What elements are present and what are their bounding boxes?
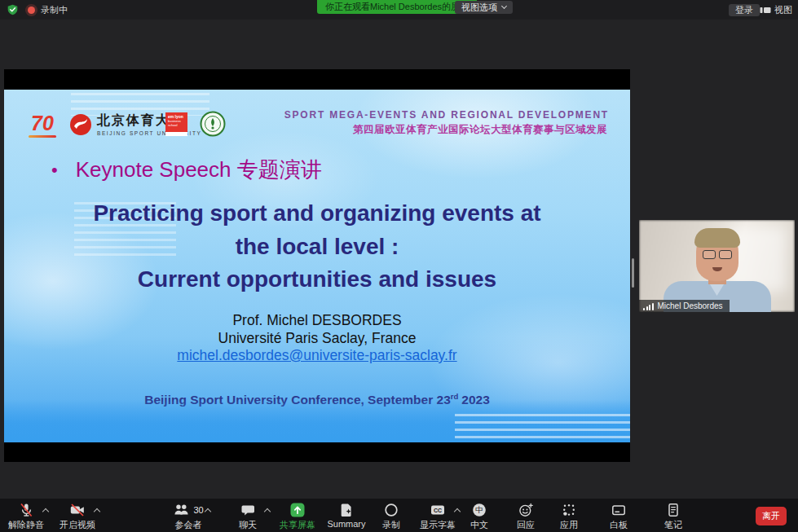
svg-text:中: 中 [475, 505, 483, 514]
footer-year: 2023 [461, 393, 489, 407]
anniversary-70-number: 70 [31, 112, 54, 134]
keynote-heading: • Keynote Speech 专题演讲 [51, 156, 322, 184]
svg-text:CC: CC [434, 508, 442, 513]
anniversary-gold-swoosh [29, 135, 56, 138]
toolbar-whiteboard-button[interactable]: 白板 [591, 502, 646, 531]
slide-header-english: SPORT MEGA-EVENTS AND REGIONAL DEVELOPME… [284, 109, 609, 121]
layout-view-icon [760, 5, 771, 15]
slide-title-line3: Current opportunities and issues [4, 263, 630, 297]
footer-superscript: rd [451, 392, 459, 401]
keynote-text: Keynote Speech 专题演讲 [76, 156, 322, 184]
reactions-icon [518, 502, 534, 518]
view-mode-label: 视图 [774, 4, 792, 16]
toolbar-start-video-button[interactable]: 开启视频 [50, 502, 105, 531]
recording-dot-icon [28, 7, 35, 14]
participant-name: Michel Desbordes [658, 301, 723, 310]
view-mode-button[interactable]: 视图 [760, 4, 792, 16]
security-shield-icon[interactable] [7, 3, 19, 16]
portrait-hair [694, 228, 740, 248]
slide-header-chinese: 第四届欧亚体育产业国际论坛大型体育赛事与区域发展 [353, 123, 607, 137]
bsu-emblem-icon [69, 113, 92, 136]
toolbar-apps-button[interactable]: 应用 [541, 502, 597, 531]
slide-title-line1: Practicing sport and organizing events a… [4, 197, 630, 231]
participant-name-tag: Michel Desbordes [639, 300, 730, 312]
toolbar-unmute-button[interactable]: 解除静音 [0, 502, 54, 531]
sign-in-button[interactable]: 登录 [729, 4, 760, 16]
toolbar-label: 白板 [591, 519, 646, 531]
participant-portrait [639, 220, 795, 312]
emlyon-line2: business school [168, 119, 185, 127]
toolbar-chat-button[interactable]: 聊天 [220, 502, 276, 531]
slide-title: Practicing sport and organizing events a… [4, 197, 630, 297]
stripe-decoration [455, 414, 630, 440]
shared-screen-stage: 70 北京体育大学 BEIJING SPORT UNIVERSITY em ly… [4, 69, 630, 462]
participants-count: 30 [193, 505, 203, 515]
audio-level-icon [643, 302, 654, 310]
green-emblem-logo [200, 111, 226, 137]
chevron-down-icon [501, 3, 507, 9]
toolbar-share-screen-button[interactable]: 共享屏幕 [270, 502, 325, 531]
view-options-label: 视图选项 [461, 2, 497, 14]
toolbar-participants-button[interactable]: 30 参会者 [161, 502, 216, 531]
apps-icon [561, 502, 577, 518]
keynote-bullet: • [51, 160, 58, 181]
sign-in-label: 登录 [735, 4, 753, 16]
toolbar-label: 解除静音 [0, 519, 54, 531]
toolbar-label: 开启视频 [50, 519, 105, 531]
record-icon [383, 502, 399, 518]
speaker-name: Prof. Michel DESBORDES [4, 312, 630, 330]
toolbar-label: 共享屏幕 [270, 519, 325, 531]
recording-label: 录制中 [41, 4, 68, 16]
speaker-email-link: michel.desbordes@universite-paris-saclay… [177, 347, 456, 363]
zoom-meeting-window: 录制中 你正在观看Michel Desbordes的屏幕 视图选项 登录 视图 [0, 0, 798, 532]
notes-icon [665, 502, 681, 518]
panel-resize-handle[interactable] [632, 258, 634, 288]
share-screen-icon [289, 502, 306, 518]
slide-footer: Beijing Sport University Conference, Sep… [4, 392, 630, 407]
whiteboard-icon [611, 502, 627, 518]
camera-off-icon [69, 502, 86, 518]
emlyon-band [165, 132, 187, 136]
summary-document-icon [338, 502, 355, 518]
toolbar-label: 参会者 [161, 519, 216, 531]
footer-text: Beijing Sport University Conference, Sep… [144, 393, 451, 407]
top-bar: 录制中 你正在观看Michel Desbordes的屏幕 视图选项 登录 视图 [0, 0, 798, 20]
chat-icon [240, 502, 256, 518]
presentation-slide: 70 北京体育大学 BEIJING SPORT UNIVERSITY em ly… [4, 90, 630, 442]
speaker-affiliation: Université Paris Saclay, France [4, 330, 630, 348]
participant-video-thumbnail[interactable]: Michel Desbordes [639, 220, 795, 312]
slide-title-line2: the local level : [4, 231, 630, 264]
participants-icon [173, 502, 190, 518]
leave-meeting-button[interactable]: 离开 [756, 507, 787, 525]
anniversary-70-logo: 70 [26, 111, 59, 140]
toolbar-label: 笔记 [646, 519, 701, 531]
portrait-mouth [712, 267, 722, 271]
microphone-muted-icon [18, 502, 34, 518]
recording-indicator[interactable]: 录制中 [23, 2, 73, 17]
portrait-head [696, 231, 738, 281]
speaker-block: Prof. Michel DESBORDES Université Paris … [4, 312, 630, 365]
meeting-toolbar: 解除静音 开启视频 30 [0, 499, 798, 532]
toolbar-label: 应用 [541, 519, 597, 531]
closed-captions-icon: CC [430, 502, 446, 518]
glasses-icon [703, 250, 732, 259]
language-icon: 中 [471, 502, 487, 518]
view-options-button[interactable]: 视图选项 [455, 1, 513, 14]
toolbar-notes-button[interactable]: 笔记 [646, 502, 701, 531]
toolbar-label: 聊天 [220, 519, 276, 531]
viewing-screen-banner: 你正在观看Michel Desbordes的屏幕 [317, 0, 477, 14]
emlyon-logo: em lyon business school [165, 112, 187, 136]
